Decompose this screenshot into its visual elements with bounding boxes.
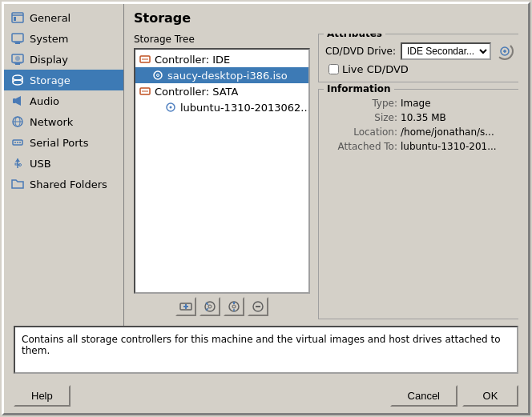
add-attachment-btn[interactable]: [200, 297, 220, 316]
svg-rect-3: [12, 34, 23, 42]
audio-icon: [10, 94, 25, 108]
add-controller-btn[interactable]: [175, 297, 196, 316]
sidebar-item-display[interactable]: Display: [4, 49, 123, 70]
storage-tree-label: Storage Tree: [134, 34, 310, 45]
svg-point-10: [13, 75, 22, 80]
network-icon: [10, 114, 25, 129]
ok-button[interactable]: OK: [462, 385, 518, 407]
ide-label: Controller: IDE: [155, 54, 230, 66]
tree-item-sata[interactable]: Controller: SATA: [135, 83, 308, 99]
svg-point-21: [17, 142, 18, 143]
svg-rect-14: [13, 98, 16, 103]
sidebar-label-network: Network: [30, 116, 73, 128]
information-title: Information: [324, 83, 394, 94]
help-button[interactable]: Help: [14, 385, 71, 407]
cancel-button[interactable]: Cancel: [390, 385, 457, 407]
sidebar-label-usb: USB: [30, 158, 51, 170]
cd-dvd-select[interactable]: IDE Secondar...: [401, 42, 491, 60]
main-dialog: General System: [2, 2, 530, 415]
svg-line-41: [206, 303, 208, 305]
info-val-location: /home/jonathan/s...: [401, 126, 494, 138]
serial-icon: [10, 135, 25, 150]
storage-icon: [10, 73, 25, 87]
svg-rect-25: [15, 163, 18, 165]
sidebar-label-general: General: [30, 12, 71, 24]
info-row-location: Location: /home/jonathan/s...: [325, 126, 514, 138]
svg-point-13: [13, 80, 22, 85]
general-icon: [10, 10, 25, 25]
iso-label: saucy-desktop-i386.iso: [167, 70, 288, 82]
sata-controller-icon: [139, 85, 151, 98]
sidebar-item-general[interactable]: General: [4, 7, 123, 28]
info-key-type: Type:: [325, 98, 397, 109]
sidebar-label-shared: Shared Folders: [30, 178, 107, 190]
storage-tree[interactable]: Controller: IDE saucy-des: [134, 48, 310, 294]
sidebar-label-audio: Audio: [30, 95, 59, 107]
svg-rect-2: [14, 17, 16, 21]
sidebar-item-usb[interactable]: USB: [4, 153, 123, 174]
svg-point-40: [208, 305, 212, 308]
tree-item-vdi[interactable]: lubuntu-1310-2013062...: [135, 99, 308, 115]
add-optical-btn[interactable]: [224, 297, 244, 316]
cd-dvd-row: CD/DVD Drive: IDE Secondar...: [325, 42, 514, 60]
info-row-attached: Attached To: lubuntu-1310-201...: [325, 141, 514, 152]
sidebar-item-audio[interactable]: Audio: [4, 90, 123, 111]
sata-label: Controller: SATA: [155, 86, 238, 98]
remove-btn[interactable]: [248, 297, 268, 316]
sidebar-item-system[interactable]: System: [4, 28, 123, 49]
svg-point-35: [170, 106, 172, 109]
sidebar-item-shared[interactable]: Shared Folders: [4, 174, 123, 194]
live-cd-row: Live CD/DVD: [325, 63, 514, 75]
info-val-size: 10.35 MB: [401, 112, 446, 123]
info-key-size: Size:: [325, 112, 397, 123]
tree-item-ide[interactable]: Controller: IDE: [135, 51, 308, 67]
attributes-group: Attributes CD/DVD Drive: IDE Secondar...: [318, 34, 518, 82]
footer-right: Cancel OK: [390, 385, 518, 407]
info-val-type: Image: [401, 98, 431, 109]
sidebar-label-storage: Storage: [30, 74, 71, 86]
info-row-size: Size: 10.35 MB: [325, 112, 514, 123]
info-key-location: Location:: [325, 126, 397, 138]
svg-marker-24: [15, 158, 20, 162]
sidebar-label-display: Display: [30, 54, 68, 66]
sidebar-label-serial: Serial Ports: [30, 137, 88, 149]
shared-icon: [10, 177, 25, 191]
svg-point-9: [15, 56, 20, 61]
sidebar-item-serial[interactable]: Serial Ports: [4, 132, 123, 153]
sidebar-item-network[interactable]: Network: [4, 111, 123, 132]
info-key-attached: Attached To:: [325, 141, 397, 152]
attributes-title: Attributes: [324, 34, 385, 39]
dvd-icon: [151, 69, 164, 82]
sidebar-item-storage[interactable]: Storage: [4, 70, 123, 90]
right-panel: Attributes CD/DVD Drive: IDE Secondar...: [318, 34, 518, 319]
svg-point-30: [154, 71, 162, 79]
svg-point-22: [19, 142, 21, 143]
cd-dvd-action-btn[interactable]: [496, 42, 514, 60]
svg-point-31: [157, 74, 159, 77]
svg-point-44: [232, 305, 236, 308]
live-cd-checkbox[interactable]: [328, 64, 339, 74]
system-icon: [10, 31, 25, 46]
vdi-label: lubuntu-1310-2013062...: [180, 102, 308, 114]
svg-point-20: [14, 142, 16, 143]
ide-controller-icon: [139, 53, 151, 66]
cd-dvd-label: CD/DVD Drive:: [325, 46, 396, 57]
live-cd-label[interactable]: Live CD/DVD: [342, 63, 409, 75]
main-panel: Storage Storage Tree: [124, 4, 528, 326]
sidebar: General System: [4, 4, 124, 326]
disk-icon: [164, 101, 177, 114]
footer: Help Cancel OK: [4, 380, 528, 413]
svg-marker-15: [16, 96, 21, 106]
tree-item-iso[interactable]: saucy-desktop-i386.iso: [135, 67, 308, 83]
info-val-attached: lubuntu-1310-201...: [401, 141, 497, 152]
panel-title: Storage: [134, 10, 518, 26]
sidebar-label-system: System: [30, 33, 68, 45]
usb-icon: [10, 156, 25, 170]
storage-tree-section: Storage Tree Controller: ID: [134, 34, 310, 319]
svg-line-42: [206, 308, 208, 311]
panel-body: Storage Tree Controller: ID: [134, 34, 518, 319]
description-box: Contains all storage controllers for thi…: [14, 326, 518, 374]
information-group: Information Type: Image Size: 10.35 MB L…: [318, 89, 518, 319]
info-row-type: Type: Image: [325, 98, 514, 109]
tree-toolbar: [134, 294, 310, 319]
